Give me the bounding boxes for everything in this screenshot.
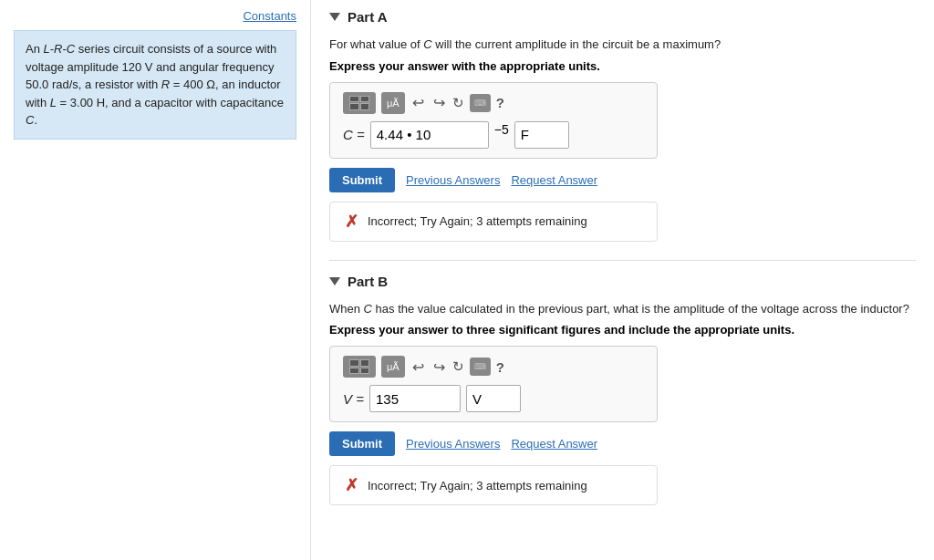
collapse-icon-b[interactable] (329, 277, 340, 285)
collapse-icon-a[interactable] (329, 13, 340, 21)
part-b-label: V = (343, 391, 364, 407)
error-icon-b: ✗ (345, 475, 358, 495)
part-a-header: Part A (329, 9, 916, 25)
part-b-error-box: ✗ Incorrect; Try Again; 3 attempts remai… (329, 465, 658, 505)
help-button-b[interactable]: ? (496, 359, 504, 375)
part-b-error-text: Incorrect; Try Again; 3 attempts remaini… (368, 479, 587, 493)
part-b-answer-box: μÃ ↩ ↪ ↻ ⌨ ? V = (329, 346, 658, 422)
part-a-action-row: Submit Previous Answers Request Answer (329, 168, 916, 192)
mu-button-a[interactable]: μÃ (381, 92, 405, 114)
part-b-previous-answers-button[interactable]: Previous Answers (406, 437, 500, 451)
part-b-title: Part B (348, 274, 388, 289)
part-a-unit-input[interactable] (514, 121, 569, 149)
part-b-input-row: V = (343, 385, 644, 412)
part-a-label: C = (343, 127, 365, 142)
part-b-submit-button[interactable]: Submit (329, 431, 395, 456)
undo-button-b[interactable]: ↩ (410, 358, 426, 376)
refresh-button-a[interactable]: ↻ (452, 95, 464, 111)
part-a-toolbar: μÃ ↩ ↪ ↻ ⌨ ? (343, 92, 644, 114)
part-a-title: Part A (348, 9, 388, 25)
part-a-instruction: Express your answer with the appropriate… (329, 59, 916, 73)
left-panel: Constants An L-R-C series circuit consis… (0, 0, 310, 560)
part-b-value-input[interactable] (369, 385, 461, 412)
part-a-submit-button[interactable]: Submit (329, 168, 395, 192)
part-a-question: For what value of C will the current amp… (329, 36, 916, 54)
part-a-answer-box: μÃ ↩ ↪ ↻ ⌨ ? C = −5 (329, 82, 658, 159)
part-a-value-input[interactable] (370, 121, 489, 149)
divider (329, 260, 916, 261)
right-panel: Part A For what value of C will the curr… (310, 0, 934, 560)
part-a-error-box: ✗ Incorrect; Try Again; 3 attempts remai… (329, 202, 658, 242)
mu-button-b[interactable]: μÃ (381, 356, 405, 378)
grid-button-a[interactable] (343, 92, 376, 114)
problem-text: An L-R-C series circuit consists of a so… (26, 40, 285, 130)
part-b-section: Part B When C has the value calculated i… (329, 274, 916, 506)
part-a-request-answer-button[interactable]: Request Answer (511, 173, 597, 187)
part-b-toolbar: μÃ ↩ ↪ ↻ ⌨ ? (343, 356, 644, 378)
help-button-a[interactable]: ? (496, 95, 504, 110)
keyboard-button-b[interactable]: ⌨ (470, 358, 491, 376)
redo-button-b[interactable]: ↪ (431, 358, 447, 376)
part-b-question: When C has the value calculated in the p… (329, 300, 916, 318)
part-a-error-text: Incorrect; Try Again; 3 attempts remaini… (368, 214, 587, 228)
keyboard-button-a[interactable]: ⌨ (470, 94, 491, 112)
refresh-button-b[interactable]: ↻ (452, 358, 464, 375)
part-b-header: Part B (329, 274, 916, 289)
error-icon-a: ✗ (345, 212, 358, 232)
part-a-input-row: C = −5 (343, 121, 644, 149)
part-a-exponent: −5 (494, 122, 509, 137)
grid-button-b[interactable] (343, 356, 376, 378)
constants-link[interactable]: Constants (14, 9, 296, 23)
part-b-instruction: Express your answer to three significant… (329, 323, 916, 337)
undo-button-a[interactable]: ↩ (410, 94, 426, 111)
part-b-request-answer-button[interactable]: Request Answer (511, 437, 597, 451)
part-a-section: Part A For what value of C will the curr… (329, 9, 916, 242)
part-b-action-row: Submit Previous Answers Request Answer (329, 431, 916, 456)
problem-box: An L-R-C series circuit consists of a so… (14, 30, 296, 140)
part-a-previous-answers-button[interactable]: Previous Answers (406, 173, 500, 187)
redo-button-a[interactable]: ↪ (431, 94, 447, 111)
part-b-unit-input[interactable] (466, 385, 521, 412)
